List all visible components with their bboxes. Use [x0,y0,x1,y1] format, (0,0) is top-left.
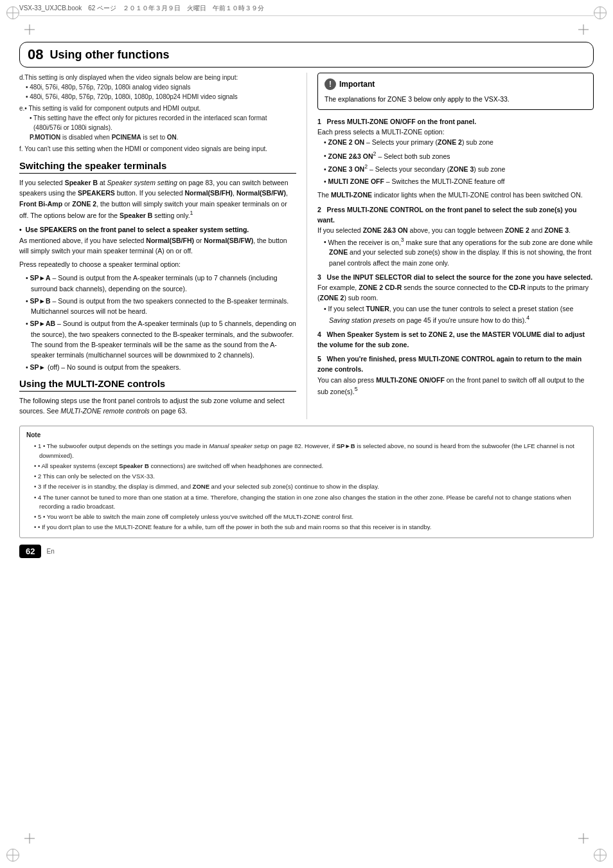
step-1: 1 Press MULTI-ZONE ON/OFF on the front p… [317,116,594,201]
step-3-title: 3 Use the INPUT SELECTOR dial to select … [317,272,594,282]
step-3-bullets: If you select TUNER, you can use the tun… [324,303,594,325]
chapter-header: 08 Using other functions [19,42,594,68]
important-box: ! Important The explanations for ZONE 3 … [317,73,594,110]
note-item-4: 4 The tuner cannot be tuned to more than… [34,493,587,512]
speakers-sub-heading: • Use SPEAKERS on the front panel to sel… [19,226,296,233]
multizone-heading: Using the MULTI-ZONE controls [19,378,296,392]
step-2: 2 Press MULTI-ZONE CONTROL on the front … [317,204,594,268]
switching-heading: Switching the speaker terminals [19,160,296,174]
multizoneoff: MULTI ZONE OFF – Switches the MULTI-ZONE… [324,176,594,186]
page-footer: 62 En [19,545,594,558]
corner-mark-br [594,849,607,862]
note-item-1b: • All speaker systems (except Speaker B … [34,462,587,471]
important-text: The explanations for ZONE 3 below only a… [324,94,587,104]
corner-mark-tl [6,6,19,19]
chapter-title: Using other functions [49,48,169,62]
step-5-body: You can also press MULTI-ZONE ON/OFF on … [317,375,594,397]
switching-intro: If you selected Speaker B at Speaker sys… [19,177,296,221]
corner-mark-tr [594,6,607,19]
zone23on: ZONE 2&3 ON2 – Select both sub zones [324,150,594,161]
language-label: En [46,548,54,555]
crosshair-br [578,833,589,844]
prelim-item-2: • 480i, 576i, 480p, 576p, 720p, 1080i, 1… [26,92,296,102]
prelim-e-note: e.• This setting is valid for component … [19,104,296,113]
zone3on: ZONE 3 ON2 – Selects your secondary (ZON… [324,163,594,174]
step-1-follow: The MULTI-ZONE indicator lights when the… [317,190,594,200]
step-2-bullet-1: When the receiver is on,3 make sure that… [324,236,594,268]
step-4: 4 When Speaker System is set to ZONE 2, … [317,329,594,350]
note-item-5b: • If you don't plan to use the MULTI-ZON… [34,523,587,532]
chapter-number: 08 [28,46,43,63]
note-item-1: 1 • The subwoofer output depends on the … [34,442,587,460]
jp-header: VSX-33_UXJCB.book 62 ページ ２０１０年３月９日 火曜日 午… [19,4,594,16]
zone2on: ZONE 2 ON – Selects your primary (ZONE 2… [324,137,594,147]
prelim-f-note: f. You can't use this setting when the H… [19,144,296,154]
step-2-body: If you selected ZONE 2&3 ON above, you c… [317,225,594,235]
crosshair-tr [578,24,589,35]
note-box: Note 1 • The subwoofer output depends on… [19,426,594,538]
step-3: 3 Use the INPUT SELECTOR dial to select … [317,272,594,325]
step-5: 5 When you're finished, press MULTI-ZONE… [317,354,594,397]
prelim-intro: d.This setting is only displayed when th… [19,73,296,82]
step-2-bullets: When the receiver is on,3 make sure that… [324,236,594,268]
speaker-option-3: SP►AB – Sound is output from the A-speak… [26,318,296,360]
press-text: Press repeatedly to choose a speaker ter… [19,259,296,269]
note-title: Note [26,430,587,440]
left-column: d.This setting is only displayed when th… [19,73,306,419]
right-column: ! Important The explanations for ZONE 3 … [306,73,594,419]
step-1-title: 1 Press MULTI-ZONE ON/OFF on the front p… [317,116,594,127]
step-1-bullets: ZONE 2 ON – Selects your primary (ZONE 2… [324,137,594,186]
step-3-bullet-1: If you select TUNER, you can use the tun… [324,303,594,325]
important-icon: ! [324,78,336,90]
speakers-sub-intro: As mentioned above, if you have selected… [19,235,296,257]
multizone-intro: The following steps use the front panel … [19,395,296,417]
prelim-e-pmotion: P.MOTION is disabled when PCINEMA is set… [30,132,296,142]
content-area: d.This setting is only displayed when th… [19,68,594,419]
step-1-body: Each press selects a MULTI-ZONE option: [317,127,594,137]
corner-mark-bl [6,849,19,862]
step-2-title: 2 Press MULTI-ZONE CONTROL on the front … [317,204,594,226]
note-item-5a: 5 • You won't be able to switch the main… [34,512,587,521]
prelim-e-sub: • This setting have the effect only for … [30,113,296,132]
speaker-option-4: SP► (off) – No sound is output from the … [26,362,296,372]
prelim-notes: d.This setting is only displayed when th… [19,73,296,154]
prelim-item-1: • 480i, 576i, 480p, 576p, 720p, 1080i an… [26,82,296,92]
speaker-option-1: SP►A – Sound is output from the A-speake… [26,273,296,294]
page-number: 62 [19,545,41,558]
note-item-3: 3 If the receiver is in standby, the dis… [34,482,587,491]
speaker-options: SP►A – Sound is output from the A-speake… [26,273,296,372]
step-5-title: 5 When you're finished, press MULTI-ZONE… [317,354,594,375]
step-3-body: For example, ZONE 2 CD-R sends the sourc… [317,282,594,303]
crosshair-bl [24,833,35,844]
crosshair-tl [24,24,35,35]
step-4-title: 4 When Speaker System is set to ZONE 2, … [317,329,594,350]
speaker-option-2: SP►B – Sound is output from the two spea… [26,296,296,317]
note-item-2: 2 This can only be selected on the VSX-3… [34,472,587,481]
important-title: ! Important [324,78,587,91]
